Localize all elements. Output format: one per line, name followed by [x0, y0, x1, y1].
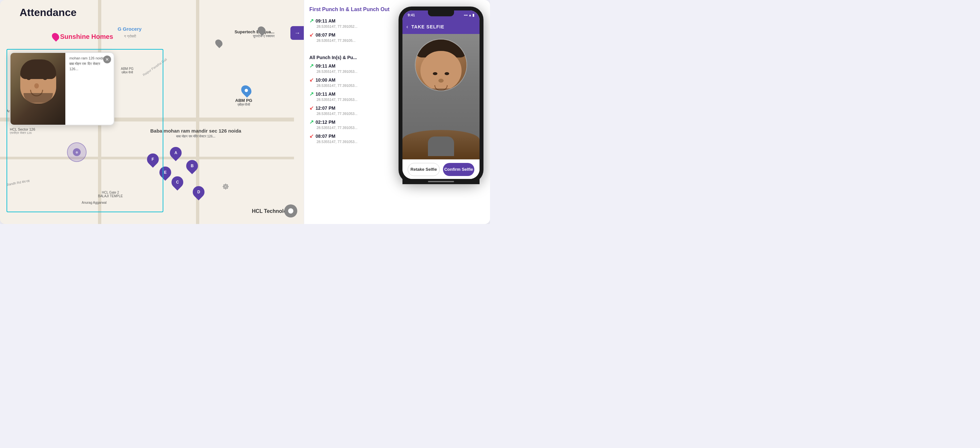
supertech-label: Supertech E Squa... सुपरटेक ए स्क्वायर [229, 29, 274, 38]
pin-A: A [170, 147, 181, 159]
face-eye-right [43, 77, 47, 80]
close-popup-button[interactable]: ✕ [103, 56, 111, 64]
first-punch-in: ↗ 09:11 AM 28.5355147, 77.391052... [309, 17, 390, 29]
in-arrow-icon: ↗ [309, 17, 313, 24]
phone-home-indicator [402, 179, 480, 184]
selfie-eye-left [433, 72, 438, 75]
punch-entry-6: ↙ 08:07 PM 28.5355147, 77.391053... [309, 133, 390, 144]
employee-address-hindi: बाबा मोहन राम दिर सेक्टर 126... [69, 61, 110, 72]
phone-time: 9:41 [408, 13, 415, 17]
page-title: Attendance [20, 6, 76, 19]
hcl-sector-label: HCL Sector 126 एचसीएल सेक्टर 126 [10, 127, 35, 135]
confirm-selfie-button[interactable]: Confirm Selfie [443, 163, 474, 176]
punch-out-icon-4: ↙ [309, 105, 313, 111]
employee-photo [10, 53, 65, 125]
supertech-pin [258, 26, 265, 35]
abm-top-label: ABM PGएबीएम पीजी [121, 67, 134, 75]
last-punch-out-coords: 28.5355147, 77.39105... [317, 38, 390, 43]
popup-content: mohan ram 126 noida बाबा मोहन राम दिर से… [10, 53, 114, 125]
gray-pin-1 [216, 39, 222, 47]
all-punches-list: ↗ 09:11 AM 28.5355147, 77.391053... ↙ 10… [309, 63, 390, 144]
selfie-shoulders [402, 130, 480, 159]
phone-header: ‹ TAKE SELFIE [402, 20, 480, 34]
abm-pg-pin [242, 85, 251, 96]
phone-notch [428, 10, 454, 16]
selfie-nose [438, 79, 444, 83]
punch-entry-1: ↗ 09:11 AM 28.5355147, 77.391053... [309, 63, 390, 73]
phone-container: 9:41 ▪▪▪ ▴ ▮ ‹ TAKE SELFIE [395, 0, 490, 224]
grocery-label: G Grocery [118, 26, 142, 32]
sunshine-homes-marker: Sunshine Homes [52, 33, 113, 40]
punch-panel-title: First Punch In & Last Punch Out [309, 6, 390, 13]
phone-header-title: TAKE SELFIE [411, 24, 444, 29]
wifi-icon: ▴ [469, 13, 471, 17]
nav-arrow-button[interactable]: → [290, 26, 304, 40]
last-punch-out: ↙ 08:07 PM 28.5355147, 77.39105... [309, 32, 390, 43]
center-dot: ⊕ [73, 148, 81, 156]
phone-camera-area [402, 34, 480, 159]
employee-info: mohan ram 126 noida बाबा मोहन राम दिर से… [65, 53, 114, 125]
face-nose [34, 83, 39, 89]
phone-wrapper: 9:41 ▪▪▪ ▴ ▮ ‹ TAKE SELFIE [399, 6, 484, 183]
punch-entry-2: ↙ 10:00 AM 28.5355147, 77.391053... [309, 77, 390, 87]
map-panel: Attendance Raipur Paratha Gali Sunshine … [0, 0, 304, 224]
hcl-logo [284, 204, 297, 218]
punch-out-icon-2: ↙ [309, 77, 313, 83]
selfie-shirt [428, 137, 454, 156]
pin-C: C [172, 176, 183, 188]
back-button[interactable]: ‹ [406, 24, 408, 30]
status-icons: ▪▪▪ ▴ ▮ [464, 13, 474, 17]
last-punch-out-time: ↙ 08:07 PM [309, 32, 390, 38]
selfie-body-area [402, 130, 480, 159]
first-punch-in-coords: 28.5355147, 77.391052... [317, 24, 390, 29]
face-beard [24, 93, 53, 103]
bandh-rd-label: Bandh Rd बंध रड [6, 179, 30, 187]
anurag-label: Anurag Aggarwal [82, 201, 107, 204]
road-label-raipur: Raipur Paratha Gali [142, 57, 167, 77]
out-arrow-icon: ↙ [309, 32, 313, 38]
pin-D: D [193, 186, 205, 198]
all-punches-title: All Punch In(s) & Pu... [309, 55, 390, 60]
retake-selfie-button[interactable]: Retake Selfie [408, 163, 440, 176]
pin-F: F [147, 154, 159, 165]
main-container: Attendance Raipur Paratha Gali Sunshine … [0, 0, 490, 224]
baba-mohan-label: Baba mohan ram mandir sec 126 noida बाबा… [150, 127, 241, 139]
face [19, 58, 58, 103]
face-eye-left [27, 77, 31, 80]
pin-E: E [159, 167, 171, 178]
punch-in-icon-3: ↗ [309, 91, 313, 97]
phone-frame: 9:41 ▪▪▪ ▴ ▮ ‹ TAKE SELFIE [399, 6, 484, 183]
sunshine-pin [50, 31, 60, 41]
selfie-eye-right [445, 72, 449, 75]
first-punch-in-time: ↗ 09:11 AM [309, 17, 390, 24]
hcl-gate2-label: HCL Gate 2 BALAJI TEMPLE [98, 191, 123, 198]
home-bar [428, 181, 454, 182]
punch-panel: First Punch In & Last Punch Out ↗ 09:11 … [304, 0, 395, 224]
punch-out-icon-6: ↙ [309, 133, 313, 139]
om-symbol: ☸ [222, 182, 229, 191]
battery-icon: ▮ [473, 13, 474, 17]
center-location-marker: ⊕ [67, 142, 87, 162]
abm-label: ABM PG एबीएम पीजी [235, 98, 252, 107]
phone-screen: 9:41 ▪▪▪ ▴ ▮ ‹ TAKE SELFIE [402, 10, 480, 179]
selfie-face [415, 40, 466, 91]
pin-B: B [186, 160, 198, 172]
selfie-circle [415, 39, 467, 91]
grocery-label-hindi: ग ग्रोसरी [124, 34, 136, 38]
face-hair [20, 59, 56, 79]
employee-photo-popup: ✕ mohan ram 126 noida [10, 52, 115, 126]
punch-entry-5: ↗ 02:12 PM 28.5355147, 77.391053... [309, 119, 390, 130]
signal-icon: ▪▪▪ [464, 13, 468, 17]
selfie-skin [420, 51, 461, 91]
punch-in-icon-5: ↗ [309, 119, 313, 125]
sunshine-text: Sunshine Homes [60, 33, 113, 40]
phone-bottom-bar: Retake Selfie Confirm Selfie [402, 159, 480, 179]
punch-entry-4: ↙ 12:07 PM 28.5355147, 77.391053... [309, 105, 390, 116]
punch-in-icon-1: ↗ [309, 63, 313, 69]
punch-entry-3: ↗ 10:11 AM 28.5355147, 77.391053... [309, 91, 390, 102]
